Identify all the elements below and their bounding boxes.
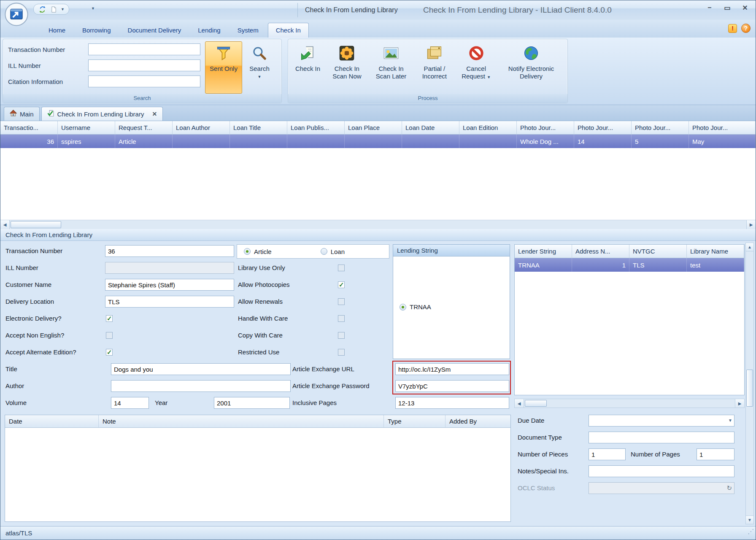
copy-with-care-checkbox[interactable] <box>338 332 345 339</box>
tab-system[interactable]: System <box>230 23 266 38</box>
number-of-pages-field[interactable] <box>697 448 734 460</box>
column-header-loan-author[interactable]: Loan Author <box>173 121 230 135</box>
close-button[interactable]: ✕ <box>740 4 750 12</box>
partial-incorrect-button[interactable]: Partial / Incorrect <box>414 41 454 94</box>
document-type-field[interactable] <box>589 432 734 443</box>
column-header-date[interactable]: Date <box>5 415 99 427</box>
new-document-icon[interactable] <box>49 5 59 14</box>
ill-number-detail-field[interactable] <box>105 262 234 274</box>
chevron-down-icon[interactable]: ▼ <box>60 7 65 11</box>
article-exchange-url-field[interactable] <box>395 363 509 375</box>
scroll-left-icon[interactable]: ◀ <box>0 220 10 229</box>
article-exchange-password-field[interactable] <box>395 380 509 392</box>
transaction-number-input[interactable] <box>88 43 200 55</box>
detail-vertical-scrollbar[interactable]: ▲ ▼ <box>745 243 754 524</box>
title-field[interactable] <box>111 363 291 375</box>
tab-document-delivery[interactable]: Document Delivery <box>120 23 189 38</box>
article-radio[interactable] <box>244 248 251 255</box>
transaction-number-detail-field[interactable] <box>105 245 234 257</box>
column-header-username[interactable]: Username <box>58 121 115 135</box>
column-header-loan-title[interactable]: Loan Title <box>230 121 287 135</box>
accept-alternate-edition-checkbox[interactable] <box>106 349 113 356</box>
restricted-use-checkbox[interactable] <box>338 349 345 356</box>
check-in-button[interactable]: Check In <box>291 41 324 94</box>
scrollbar-thumb[interactable] <box>746 370 753 407</box>
column-header-photo-journal-1[interactable]: Photo Jour... <box>517 121 574 135</box>
search-button[interactable]: Search ▼ <box>243 41 276 94</box>
scroll-right-icon[interactable]: ▶ <box>735 399 744 408</box>
column-header-request-type[interactable]: Request T... <box>115 121 173 135</box>
close-tab-icon[interactable]: ✕ <box>152 111 157 117</box>
scrollbar-thumb[interactable] <box>525 400 547 407</box>
lender-row-selected[interactable]: TRNAA 1 TLS test <box>515 258 744 272</box>
handle-with-care-checkbox[interactable] <box>338 315 345 322</box>
year-field[interactable] <box>214 397 290 409</box>
electronic-delivery-checkbox[interactable] <box>106 315 113 322</box>
lender-grid-horizontal-scrollbar[interactable]: ◀ ▶ <box>514 399 745 408</box>
tab-lending[interactable]: Lending <box>190 23 228 38</box>
volume-field[interactable] <box>111 397 149 409</box>
lending-string-option[interactable]: TRNAA <box>400 303 431 310</box>
column-header-loan-place[interactable]: Loan Place <box>345 121 402 135</box>
refresh-icon[interactable] <box>37 5 47 14</box>
qat-customize-icon[interactable]: ▼ <box>91 6 95 11</box>
customer-name-field[interactable] <box>105 279 234 291</box>
allow-photocopies-checkbox[interactable] <box>338 281 345 288</box>
resize-grip[interactable]: ⋰ <box>748 525 753 538</box>
column-header-nvtgc[interactable]: NVTGC <box>629 245 687 258</box>
due-date-combo[interactable]: ▼ <box>589 415 734 427</box>
column-header-photo-journal-4[interactable]: Photo Jour... <box>689 121 756 135</box>
column-header-library-name[interactable]: Library Name <box>687 245 744 258</box>
scroll-left-icon[interactable]: ◀ <box>515 399 524 408</box>
column-header-photo-journal-3[interactable]: Photo Jour... <box>632 121 689 135</box>
loan-radio[interactable] <box>321 248 327 255</box>
delivery-location-field[interactable] <box>105 296 234 308</box>
app-menu-icon[interactable] <box>5 3 28 26</box>
author-field[interactable] <box>111 380 291 392</box>
tab-check-in-from-lending-library[interactable]: Check In From Lending Library ✕ <box>41 107 163 121</box>
grid-horizontal-scrollbar[interactable]: ◀ ▶ <box>0 220 756 229</box>
ill-number-input[interactable] <box>88 59 200 71</box>
column-header-transaction[interactable]: Transactio... <box>0 121 58 135</box>
column-header-loan-publisher[interactable]: Loan Publis... <box>287 121 345 135</box>
allow-renewals-checkbox[interactable] <box>338 298 345 305</box>
notify-electronic-delivery-button[interactable]: Notify Electronic Delivery <box>498 41 564 94</box>
trnaa-radio[interactable] <box>400 304 406 310</box>
check-in-scan-now-button[interactable]: Check In Scan Now <box>326 41 368 94</box>
check-in-scan-later-button[interactable]: Check In Scan Later <box>370 41 413 94</box>
column-header-type[interactable]: Type <box>384 415 446 427</box>
copy-with-care-label: Copy With Care <box>238 329 283 341</box>
column-header-loan-edition[interactable]: Loan Edition <box>459 121 517 135</box>
tab-main[interactable]: Main <box>4 107 40 121</box>
sent-only-button[interactable]: Sent Only <box>205 41 242 94</box>
minimize-button[interactable]: – <box>705 4 714 12</box>
column-header-loan-date[interactable]: Loan Date <box>402 121 459 135</box>
column-header-photo-journal-2[interactable]: Photo Jour... <box>574 121 632 135</box>
column-header-lender-string[interactable]: Lender String <box>515 245 572 258</box>
tab-home[interactable]: Home <box>41 23 73 38</box>
cancel-request-button[interactable]: Cancel Request ▼ <box>456 41 496 94</box>
scroll-right-icon[interactable]: ▶ <box>746 220 756 229</box>
tab-main-label: Main <box>20 111 34 118</box>
scrollbar-thumb[interactable] <box>11 221 61 228</box>
number-of-pieces-field[interactable] <box>589 448 626 460</box>
help-icon[interactable]: ? <box>741 24 751 33</box>
refresh-icon[interactable]: ↻ <box>726 484 732 492</box>
photo-icon <box>383 45 399 63</box>
library-use-only-checkbox[interactable] <box>338 265 345 271</box>
inclusive-pages-field[interactable] <box>395 397 509 409</box>
accept-non-english-checkbox[interactable] <box>106 332 113 339</box>
table-row-selected[interactable]: 36 sspires Article Whole Dog ... 14 5 Ma… <box>0 135 756 148</box>
maximize-button[interactable]: ▭ <box>723 4 732 12</box>
tab-check-in[interactable]: Check In <box>268 23 309 38</box>
column-header-added-by[interactable]: Added By <box>446 415 510 427</box>
scroll-up-icon[interactable]: ▲ <box>746 243 753 251</box>
citation-information-input[interactable] <box>88 76 200 87</box>
column-header-address-number[interactable]: Address N... <box>572 245 629 258</box>
column-header-note[interactable]: Note <box>99 415 384 427</box>
error-report-icon[interactable]: ! <box>728 24 737 33</box>
notes-special-field[interactable] <box>589 465 734 477</box>
scroll-down-icon[interactable]: ▼ <box>746 516 753 524</box>
tab-borrowing[interactable]: Borrowing <box>75 23 119 38</box>
chevron-down-icon[interactable]: ▼ <box>728 418 732 423</box>
